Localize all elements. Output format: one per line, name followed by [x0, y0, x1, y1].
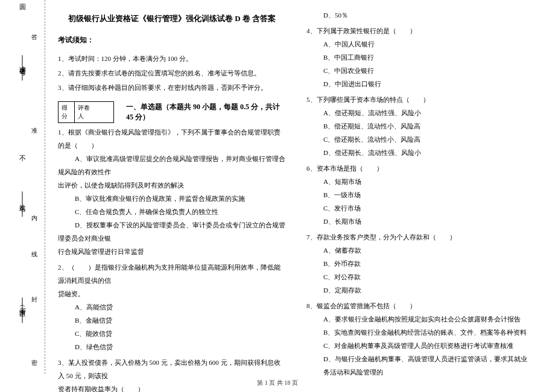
q8-opt-c: C、对金融机构董事及高级管理人员的任职资格进行考试审查核准: [306, 339, 532, 352]
gutter-label-bu: 不: [0, 154, 45, 163]
q7-stem: 7、存款业务按客户类型，分为个人存款和（ ）: [306, 230, 532, 244]
binding-gutter: 圆 答 准考证号 准 不 姓名 内 线 省（市区） 封 密: [0, 0, 45, 374]
q7-opt-d: D、定期存款: [306, 283, 532, 297]
q1-opt-a-p1: A、审议批准高级管理层提交的合规风险管理报告，并对商业银行管理合规风险的有效性作: [58, 152, 286, 179]
q2-opt-b: B、金融信贷: [58, 314, 286, 327]
q4-opt-c: C、中国农业银行: [306, 64, 532, 77]
q2-stem-p1: 2、（ ）是指银行业金融机构为支持用能单位提高能源利用效率，降低能源消耗而提供的…: [58, 261, 286, 287]
q5-opt-a: A、偿还期短、流动性强、风险小: [306, 106, 532, 119]
q6-opt-d: D、长期市场: [306, 215, 532, 228]
q6-opt-c: C、发行市场: [306, 201, 532, 215]
notice-heading: 考试须知：: [58, 35, 286, 45]
question-7: 7、存款业务按客户类型，分为个人存款和（ ） A、储蓄存款 B、外币存款 C、对…: [306, 230, 532, 297]
q7-opt-a: A、储蓄存款: [306, 244, 532, 257]
gutter-label-mi: 密: [31, 359, 37, 367]
question-6: 6、资本市场是指（ ） A、短期市场 B、一级市场 C、发行市场 D、长期市场: [306, 162, 532, 228]
q3-opt-d: D、50％: [306, 8, 532, 22]
q6-opt-a: A、短期市场: [306, 175, 532, 188]
gutter-label-da: 答: [31, 33, 37, 42]
notice-2: 2、请首先按要求在试卷的指定位置填写您的姓名、准考证号等信息。: [58, 66, 286, 80]
gutter-top-char: 圆: [0, 2, 45, 11]
q3-stem-p1: 3、某人投资债券，买入价格为 500 元，卖出价格为 600 元，期间获得利息收…: [58, 356, 286, 382]
column-left: 初级银行从业资格证《银行管理》强化训练试卷 D 卷 含答案 考试须知： 1、考试…: [58, 7, 300, 374]
q5-opt-b: B、偿还期短、流动性小、风险高: [306, 119, 532, 133]
q4-opt-b: B、中国工商银行: [306, 51, 532, 64]
q8-opt-d: D、与银行业金融机构董事、高级管理人员进行监管谈话，要求其就业务活动和风险管理的: [306, 352, 532, 379]
q5-opt-c: C、偿还期长、流动性小、风险高: [306, 133, 532, 146]
q7-opt-c: C、对公存款: [306, 270, 532, 283]
question-5: 5、下列哪些属于资本市场的特点（ ） A、偿还期短、流动性强、风险小 B、偿还期…: [306, 93, 532, 159]
section-1-title: 一、单选题（本题共 90 小题，每题 0.5 分，共计 45 分）: [126, 102, 286, 122]
score-cell-score: 得分: [59, 102, 75, 122]
gutter-label-zhun: 准: [31, 127, 37, 135]
q7-opt-b: B、外币存款: [306, 257, 532, 270]
page-footer: 第 1 页 共 18 页: [0, 379, 555, 387]
q6-opt-b: B、一级市场: [306, 188, 532, 201]
gutter-label-xian: 线: [31, 250, 37, 259]
question-1: 1、根据《商业银行合规风险管理指引》，下列不属于董事会的合规管理职责的是（ ） …: [58, 125, 286, 258]
q1-opt-c: C、任命合规负责人，并确保合规负责人的独立性: [58, 205, 286, 218]
gutter-label-feng: 封: [31, 296, 37, 304]
q4-stem: 4、下列属于政策性银行的是（ ）: [306, 24, 532, 37]
question-4: 4、下列属于政策性银行的是（ ） A、中国人民银行 B、中国工商银行 C、中国农…: [306, 24, 532, 90]
q2-opt-c: C、能效信贷: [58, 327, 286, 340]
gutter-field-exam-id: 准考证号: [0, 60, 45, 71]
q1-opt-b: B、审议批准商业银行的合规政策，并监督合规政策的实施: [58, 192, 286, 205]
gutter-label-nei: 内: [31, 214, 37, 223]
q4-opt-a: A、中国人民银行: [306, 37, 532, 51]
q6-stem: 6、资本市场是指（ ）: [306, 162, 532, 175]
q2-stem-p2: 贷融资。: [58, 287, 286, 300]
q5-opt-d: D、偿还期长、流动性强、风险小: [306, 146, 532, 159]
q1-opt-a-p2: 出评价，以使合规缺陷得到及时有效的解决: [58, 179, 286, 192]
score-cell-grader: 评卷人: [75, 102, 113, 122]
gutter-field-name: 姓名: [0, 199, 45, 207]
q8-stem: 8、银监会的监管措施不包括（ ）: [306, 299, 532, 312]
notice-1: 1、考试时间：120 分钟，本卷满分为 100 分。: [58, 51, 286, 66]
score-box: 得分 评卷人: [58, 101, 114, 123]
q2-opt-a: A、高能信贷: [58, 300, 286, 314]
exam-title: 初级银行从业资格证《银行管理》强化训练试卷 D 卷 含答案: [58, 13, 286, 24]
gutter-field-province: 省（市区）: [0, 302, 45, 313]
q1-stem: 1、根据《商业银行合规风险管理指引》，下列不属于董事会的合规管理职责的是（ ）: [58, 125, 286, 152]
q8-opt-b: B、实地查阅银行业金融机构经营活动的账表、文件、档案等各种资料: [306, 326, 532, 339]
notice-3: 3、请仔细阅读各种题目的回答要求，在密封线内答题，否则不予评分。: [58, 80, 286, 95]
q1-opt-d-p2: 行合规风险管理进行日常监督: [58, 245, 286, 258]
question-2: 2、（ ）是指银行业金融机构为支持用能单位提高能源利用效率，降低能源消耗而提供的…: [58, 261, 286, 353]
question-8: 8、银监会的监管措施不包括（ ） A、要求银行业金融机构按照规定如实向社会公众披…: [306, 299, 532, 379]
q8-opt-a: A、要求银行业金融机构按照规定如实向社会公众披露财务会计报告: [306, 312, 532, 326]
column-right: D、50％ 4、下列属于政策性银行的是（ ） A、中国人民银行 B、中国工商银行…: [300, 7, 543, 374]
q2-opt-d: D、绿色信贷: [58, 340, 286, 353]
q1-opt-d-p1: D、授权董事会下设的风险管理委员会、审计委员会或专门设立的合规管理委员会对商业银: [58, 218, 286, 245]
q5-stem: 5、下列哪些属于资本市场的特点（ ）: [306, 93, 532, 106]
q4-opt-d: D、中国进出口银行: [306, 77, 532, 90]
